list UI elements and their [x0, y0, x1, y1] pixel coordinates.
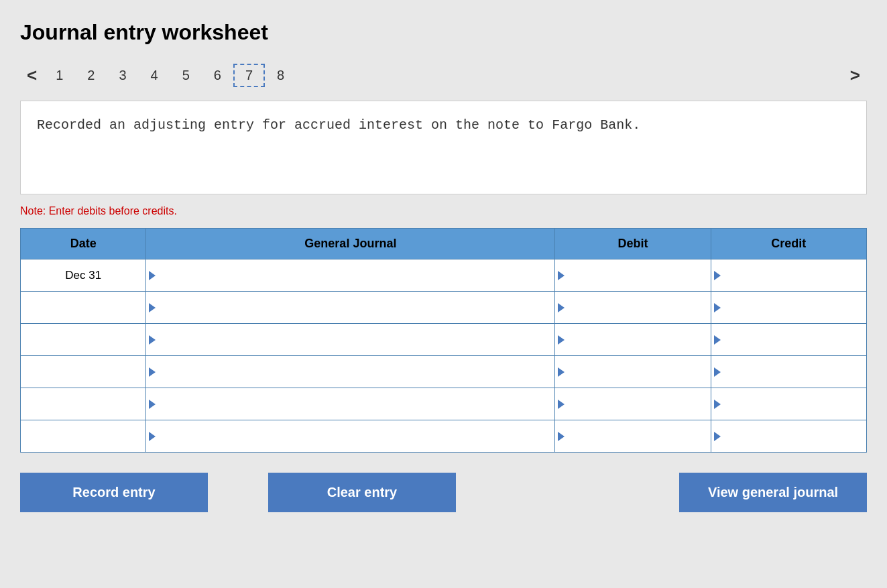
date-cell-2 [21, 324, 146, 356]
page-3[interactable]: 3 [107, 64, 138, 87]
credit-cell-3[interactable] [711, 356, 866, 388]
pagination: < 1 2 3 4 5 6 7 8 > [20, 61, 867, 90]
page-5[interactable]: 5 [170, 64, 202, 87]
table-row [21, 420, 867, 453]
credit-input-1[interactable] [721, 292, 866, 323]
date-cell-5 [21, 420, 146, 453]
cell-arrow-icon [149, 432, 156, 441]
note-text: Note: Enter debits before credits. [20, 205, 867, 217]
date-cell-3 [21, 356, 146, 388]
cell-arrow-icon [149, 271, 156, 280]
page-6[interactable]: 6 [202, 64, 233, 87]
header-date: Date [21, 229, 146, 259]
page-4[interactable]: 4 [139, 64, 170, 87]
credit-cell-4[interactable] [711, 388, 866, 420]
journal-input-2[interactable] [156, 324, 554, 355]
cell-arrow-icon [558, 271, 565, 280]
journal-cell-4[interactable] [146, 388, 555, 420]
debit-cell-5[interactable] [555, 420, 711, 453]
journal-cell-2[interactable] [146, 324, 555, 356]
debit-cell-3[interactable] [555, 356, 711, 388]
journal-input-5[interactable] [156, 420, 554, 452]
cell-arrow-icon [714, 432, 721, 441]
description-box: Recorded an adjusting entry for accrued … [20, 101, 867, 194]
journal-input-1[interactable] [156, 292, 554, 323]
journal-input-3[interactable] [156, 356, 554, 388]
debit-cell-0[interactable] [555, 259, 711, 292]
debit-cell-4[interactable] [555, 388, 711, 420]
clear-entry-button[interactable]: Clear entry [268, 473, 456, 512]
cell-arrow-icon [149, 367, 156, 377]
cell-arrow-icon [558, 335, 565, 345]
credit-input-2[interactable] [721, 324, 866, 355]
record-entry-button[interactable]: Record entry [20, 473, 208, 512]
header-credit: Credit [711, 229, 866, 259]
cell-arrow-icon [714, 303, 721, 312]
table-row [21, 292, 867, 324]
journal-table: Date General Journal Debit Credit Dec 31 [20, 228, 867, 453]
cell-arrow-icon [714, 367, 721, 377]
buttons-row: Record entry Clear entry View general jo… [20, 473, 867, 512]
cell-arrow-icon [558, 303, 565, 312]
cell-arrow-icon [149, 303, 156, 312]
date-cell-0: Dec 31 [21, 259, 146, 292]
description-text: Recorded an adjusting entry for accrued … [37, 117, 640, 133]
cell-arrow-icon [714, 400, 721, 409]
cell-arrow-icon [714, 335, 721, 345]
header-journal: General Journal [146, 229, 555, 259]
journal-cell-5[interactable] [146, 420, 555, 453]
page-8[interactable]: 8 [265, 64, 296, 87]
view-general-journal-button[interactable]: View general journal [679, 473, 867, 512]
journal-cell-1[interactable] [146, 292, 555, 324]
cell-arrow-icon [558, 400, 565, 409]
debit-input-3[interactable] [565, 356, 710, 388]
credit-cell-0[interactable] [711, 259, 866, 292]
debit-input-1[interactable] [565, 292, 710, 323]
cell-arrow-icon [558, 367, 565, 377]
prev-arrow[interactable]: < [20, 61, 44, 90]
cell-arrow-icon [558, 432, 565, 441]
credit-input-5[interactable] [721, 420, 866, 452]
credit-cell-1[interactable] [711, 292, 866, 324]
date-cell-4 [21, 388, 146, 420]
page-1[interactable]: 1 [44, 64, 75, 87]
debit-cell-1[interactable] [555, 292, 711, 324]
cell-arrow-icon [714, 271, 721, 280]
journal-input-0[interactable] [156, 259, 554, 291]
page-title: Journal entry worksheet [20, 20, 867, 45]
debit-input-5[interactable] [565, 420, 710, 452]
credit-input-0[interactable] [721, 259, 866, 291]
debit-input-4[interactable] [565, 388, 710, 420]
next-arrow[interactable]: > [843, 61, 867, 90]
table-row [21, 356, 867, 388]
cell-arrow-icon [149, 335, 156, 345]
debit-cell-2[interactable] [555, 324, 711, 356]
journal-input-4[interactable] [156, 388, 554, 420]
debit-input-2[interactable] [565, 324, 710, 355]
header-debit: Debit [555, 229, 711, 259]
journal-cell-3[interactable] [146, 356, 555, 388]
date-cell-1 [21, 292, 146, 324]
table-row: Dec 31 [21, 259, 867, 292]
cell-arrow-icon [149, 400, 156, 409]
credit-cell-2[interactable] [711, 324, 866, 356]
credit-input-4[interactable] [721, 388, 866, 420]
table-row [21, 388, 867, 420]
debit-input-0[interactable] [565, 259, 710, 291]
page-2[interactable]: 2 [75, 64, 107, 87]
page-7-active[interactable]: 7 [233, 64, 265, 87]
credit-input-3[interactable] [721, 356, 866, 388]
journal-cell-0[interactable] [146, 259, 555, 292]
table-row [21, 324, 867, 356]
credit-cell-5[interactable] [711, 420, 866, 453]
